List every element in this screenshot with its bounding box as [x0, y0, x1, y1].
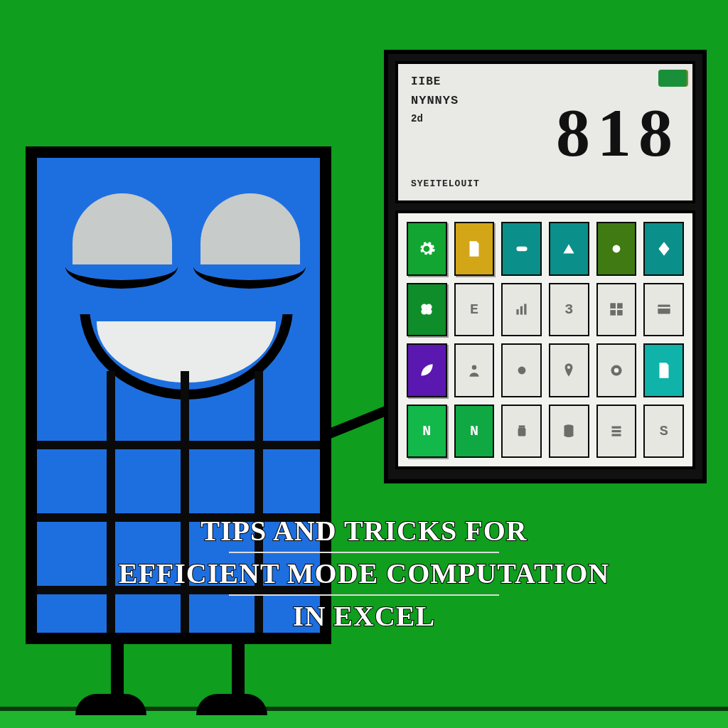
svg-rect-14 [658, 307, 670, 309]
calculator-device: IIBE NYNNYS 2d SYEITELOUIT 818 E3NNS [384, 50, 707, 483]
stack-icon [607, 422, 626, 440]
svg-rect-20 [518, 428, 525, 437]
svg-rect-23 [611, 427, 621, 429]
card-icon [655, 300, 673, 318]
key-r4c1[interactable]: N [407, 405, 447, 459]
title-caption: Tips and Tricks for Efficient Mode Compu… [0, 512, 728, 636]
key-r4c5[interactable] [596, 405, 637, 459]
dot-icon [607, 240, 626, 258]
character-foot-left [75, 694, 146, 715]
character-eye-right [200, 193, 300, 264]
character-eyelid-right [193, 264, 306, 289]
key-r1c6[interactable] [643, 222, 684, 276]
calculator-keypad: E3NNS [395, 210, 695, 469]
caption-line-1: Tips and Tricks for [0, 512, 728, 550]
key-r1c1[interactable] [407, 222, 447, 276]
grid-icon [607, 300, 626, 318]
doc-icon [465, 240, 483, 258]
key-r4c4[interactable] [549, 405, 589, 459]
dot-icon [513, 361, 531, 380]
key-r3c3[interactable] [501, 343, 542, 397]
svg-rect-6 [516, 309, 518, 315]
svg-rect-9 [610, 304, 616, 309]
calculator-brand-badge [658, 70, 687, 87]
character-leg-left [111, 643, 124, 700]
calculator-screen: IIBE NYNNYS 2d SYEITELOUIT 818 [395, 61, 695, 203]
key-r1c2[interactable] [454, 222, 495, 276]
svg-rect-25 [611, 434, 621, 437]
svg-point-1 [613, 245, 621, 252]
svg-rect-12 [617, 310, 623, 316]
character-eyelid-left [65, 264, 178, 289]
key-r2c5[interactable] [596, 283, 637, 337]
key-r4c6[interactable]: S [643, 405, 684, 459]
barrel-icon [560, 422, 578, 440]
key-r1c3[interactable] [501, 222, 542, 276]
svg-rect-0 [516, 247, 527, 252]
key-r3c6[interactable] [643, 343, 684, 397]
svg-rect-24 [611, 430, 621, 432]
svg-rect-19 [518, 426, 525, 428]
character-leg-right [232, 643, 245, 700]
bars-icon [513, 300, 531, 318]
svg-point-18 [614, 368, 619, 373]
character-eye-left [73, 193, 172, 264]
key-r3c5[interactable] [596, 343, 637, 397]
key-r2c1[interactable] [407, 283, 447, 337]
coin-icon [607, 361, 626, 380]
key-r2c2[interactable]: E [454, 283, 495, 337]
leaf-icon [417, 361, 436, 380]
jar-icon [513, 422, 531, 440]
clover-icon [417, 300, 436, 318]
key-r4c3[interactable] [501, 405, 542, 459]
pill-icon [513, 240, 531, 258]
caption-line-3: in Excel [0, 597, 728, 636]
key-r1c4[interactable] [549, 222, 589, 276]
key-r2c4[interactable]: 3 [549, 283, 589, 337]
svg-rect-11 [610, 310, 616, 316]
svg-point-16 [518, 366, 525, 374]
svg-point-22 [564, 434, 574, 437]
tri-icon [560, 240, 578, 258]
character-foot-right [196, 694, 267, 715]
key-r4c2[interactable]: N [454, 405, 495, 459]
caption-rule-2 [229, 594, 499, 596]
screen-label-2: NYNNYS [411, 94, 480, 107]
caption-line-2: Efficient Mode Computation [0, 555, 728, 593]
person-icon [465, 361, 483, 380]
caption-rule-1 [229, 552, 499, 553]
diamond-icon [655, 240, 673, 258]
key-r3c2[interactable] [454, 343, 495, 397]
svg-point-15 [472, 365, 477, 370]
screen-label-1: IIBE [411, 75, 480, 88]
doc-icon [655, 361, 673, 380]
gear-icon [417, 240, 436, 258]
key-r2c3[interactable] [501, 283, 542, 337]
calculator-screen-value: 818 [556, 93, 680, 172]
screen-label-3: 2d [411, 113, 480, 124]
key-r1c5[interactable] [596, 222, 637, 276]
svg-point-5 [426, 309, 432, 315]
svg-rect-13 [658, 305, 670, 314]
key-r3c4[interactable] [549, 343, 589, 397]
key-r3c1[interactable] [407, 343, 447, 397]
svg-rect-7 [520, 306, 522, 315]
svg-rect-10 [617, 304, 623, 309]
screen-label-4: SYEITELOUIT [411, 178, 480, 189]
svg-rect-8 [524, 304, 526, 315]
key-r2c6[interactable] [643, 283, 684, 337]
calculator-screen-labels: IIBE NYNNYS 2d SYEITELOUIT [411, 75, 480, 189]
pin-icon [560, 361, 578, 380]
